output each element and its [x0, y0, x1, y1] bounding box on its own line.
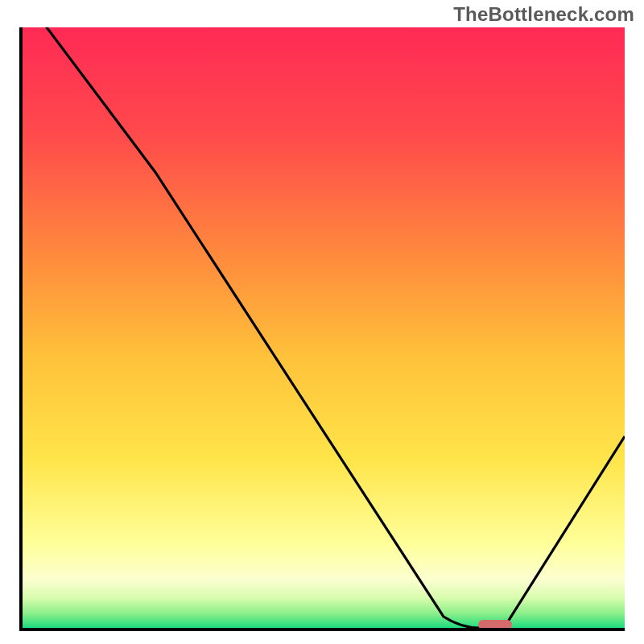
optimal-marker: [478, 620, 512, 630]
plot-area: [19, 27, 625, 631]
curve-path: [23, 27, 625, 628]
bottleneck-curve: [23, 27, 625, 628]
chart-container: TheBottleneck.com: [0, 0, 644, 644]
watermark-text: TheBottleneck.com: [453, 3, 634, 26]
